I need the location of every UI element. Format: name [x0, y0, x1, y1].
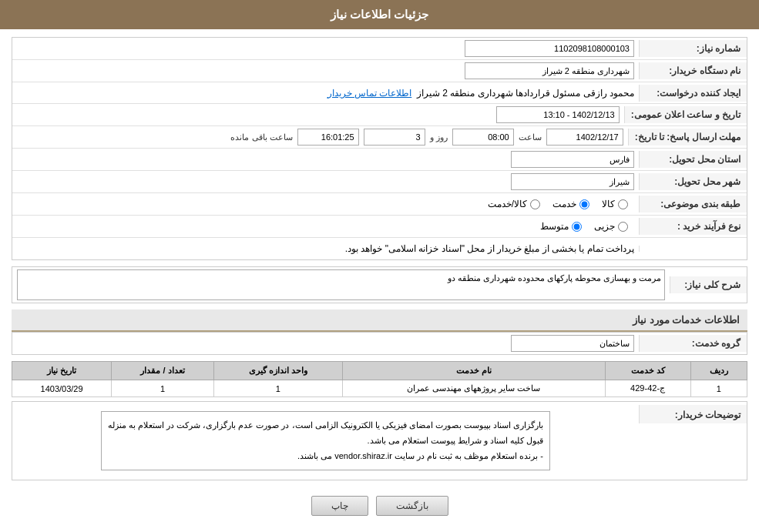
need-number-input[interactable] [465, 40, 634, 57]
process-motavasset-label: متوسط [540, 221, 569, 232]
col-quantity: تعداد / مقدار [112, 362, 214, 380]
cell-service-code: ج-42-429 [605, 380, 690, 397]
announce-input[interactable] [496, 106, 620, 123]
process-jozi-item: جزیی [594, 221, 628, 232]
service-group-label: گروه خدمت: [639, 335, 747, 352]
category-kala-khedmat-label: کالا/خدمت [488, 199, 527, 209]
notes-line-3: - برنده استعلام موظف به ثبت نام در سایت … [108, 449, 543, 464]
need-number-value-area [12, 38, 639, 59]
category-khedmat-label: خدمت [552, 199, 576, 209]
service-info-title: اطلاعات خدمات مورد نیاز [12, 309, 747, 332]
button-bar: بازگشت چاپ [12, 487, 747, 525]
category-label: طبقه بندی موضوعی: [639, 196, 747, 212]
creator-value-area: محمود رازقی مسئول قراردادها شهرداری منطق… [12, 85, 639, 101]
table-header-row: ردیف کد خدمت نام خدمت واحد اندازه گیری ت… [12, 362, 747, 380]
cell-service-name: ساخت سایر پروژههای مهندسی عمران [342, 380, 605, 397]
category-khedmat-item: خدمت [552, 199, 589, 209]
main-page: جزئیات اطلاعات نیاز شماره نیاز: نام دستگ… [0, 0, 759, 532]
city-input[interactable] [511, 173, 634, 190]
process-row: نوع فرآیند خرید : جزیی متوسط [12, 216, 747, 238]
need-desc-textarea[interactable]: مرمت و بهسازی محوطه پارکهای محدوده شهردا… [17, 269, 665, 300]
service-table: ردیف کد خدمت نام خدمت واحد اندازه گیری ت… [12, 361, 747, 397]
creator-value: محمود رازقی مسئول قراردادها شهرداری منطق… [417, 88, 634, 99]
deadline-days-label: روز و [430, 132, 448, 142]
process-note-spacer [639, 246, 747, 252]
deadline-date-input[interactable] [546, 129, 623, 146]
service-group-value-area [12, 333, 639, 354]
category-kala-khedmat-item: کالا/خدمت [488, 199, 540, 209]
buyer-org-row: نام دستگاه خریدار: [12, 60, 747, 82]
creator-label: ایجاد کننده درخواست: [639, 85, 747, 102]
announce-label: تاریخ و ساعت اعلان عمومی: [624, 106, 747, 123]
back-button[interactable]: بازگشت [376, 496, 448, 516]
deadline-inline: ساعت روز و ساعت باقی مانده [230, 129, 623, 146]
notes-line-2: قبول کلیه اسناد و شرایط پیوست استعلام می… [108, 433, 543, 449]
notes-value-area: بارگزاری اسناد بپیوست بصورت امضای فیزیکی… [12, 405, 639, 477]
col-unit: واحد اندازه گیری [214, 362, 343, 380]
col-service-name: نام خدمت [342, 362, 605, 380]
deadline-remain-input[interactable] [297, 129, 359, 146]
category-row: طبقه بندی موضوعی: کالا خدمت [12, 193, 747, 216]
province-row: استان محل تحویل: [12, 149, 747, 171]
process-label: نوع فرآیند خرید : [639, 218, 747, 235]
col-date: تاریخ نیاز [12, 362, 112, 380]
buyer-org-input[interactable] [465, 62, 634, 79]
need-desc-label: شرح کلی نیاز: [670, 276, 747, 293]
notes-line-1: بارگزاری اسناد بپیوست بصورت امضای فیزیکی… [108, 418, 543, 433]
page-title: جزئیات اطلاعات نیاز [0, 0, 759, 29]
buyer-org-label: نام دستگاه خریدار: [639, 62, 747, 79]
cell-row-num: 1 [690, 380, 747, 397]
province-input[interactable] [511, 151, 634, 168]
print-button[interactable]: چاپ [311, 496, 368, 516]
col-service-code: کد خدمت [605, 362, 690, 380]
notes-row: توضیحات خریدار: بارگزاری اسناد بپیوست بص… [12, 402, 747, 480]
need-number-label: شماره نیاز: [639, 40, 747, 57]
cell-quantity: 1 [112, 380, 214, 397]
province-label: استان محل تحویل: [639, 151, 747, 168]
creator-contact-link[interactable]: اطلاعات تماس خریدار [327, 88, 412, 99]
process-jozi-label: جزیی [594, 221, 615, 232]
notes-section: توضیحات خریدار: بارگزاری اسناد بپیوست بص… [12, 401, 747, 480]
buyer-org-value-area [12, 60, 639, 82]
process-note-text: پرداخت تمام یا بخشی از مبلغ خریدار از مح… [345, 243, 634, 254]
need-desc-row: شرح کلی نیاز: مرمت و بهسازی محوطه پارکها… [12, 267, 747, 303]
deadline-value-area: ساعت روز و ساعت باقی مانده [12, 126, 628, 148]
process-jozi-radio[interactable] [618, 222, 628, 232]
city-row: شهر محل تحویل: [12, 171, 747, 193]
col-row-num: ردیف [690, 362, 747, 380]
process-value-area: جزیی متوسط [12, 216, 639, 237]
service-table-wrapper: ردیف کد خدمت نام خدمت واحد اندازه گیری ت… [12, 361, 747, 397]
need-desc-section: شرح کلی نیاز: مرمت و بهسازی محوطه پارکها… [12, 266, 747, 303]
table-row: 1 ج-42-429 ساخت سایر پروژههای مهندسی عمر… [12, 380, 747, 397]
process-motavasset-item: متوسط [540, 221, 582, 232]
process-radio-group: جزیی متوسط [534, 218, 634, 235]
content-area: شماره نیاز: نام دستگاه خریدار: ایجاد کنن… [0, 29, 759, 532]
service-group-row: گروه خدمت: [12, 333, 747, 354]
form-section: شماره نیاز: نام دستگاه خریدار: ایجاد کنن… [12, 37, 747, 260]
category-kala-khedmat-radio[interactable] [530, 199, 540, 209]
city-value-area [12, 171, 639, 192]
announce-row: تاریخ و ساعت اعلان عمومی: [12, 104, 747, 126]
need-number-row: شماره نیاز: [12, 38, 747, 60]
deadline-time-label: ساعت [519, 132, 542, 142]
process-motavasset-radio[interactable] [572, 222, 582, 232]
notes-content: بارگزاری اسناد بپیوست بصورت امضای فیزیکی… [101, 411, 550, 470]
category-kala-radio[interactable] [618, 199, 628, 209]
province-value-area [12, 149, 639, 170]
deadline-label: مهلت ارسال پاسخ: تا تاریخ: [628, 129, 747, 146]
cell-unit: 1 [214, 380, 343, 397]
deadline-time-input[interactable] [452, 129, 514, 146]
service-group-section: گروه خدمت: [12, 332, 747, 355]
cell-date: 1403/03/29 [12, 380, 112, 397]
deadline-days-input[interactable] [364, 129, 425, 146]
city-label: شهر محل تحویل: [639, 173, 747, 190]
creator-row: ایجاد کننده درخواست: محمود رازقی مسئول ق… [12, 82, 747, 104]
category-kala-item: کالا [602, 199, 628, 209]
need-desc-value-area: مرمت و بهسازی محوطه پارکهای محدوده شهردا… [12, 267, 670, 303]
announce-value-area [12, 104, 624, 125]
service-group-input[interactable] [511, 335, 634, 352]
category-khedmat-radio[interactable] [579, 199, 589, 209]
category-kala-label: کالا [602, 199, 615, 209]
deadline-row: مهلت ارسال پاسخ: تا تاریخ: ساعت روز و سا… [12, 126, 747, 149]
category-value-area: کالا خدمت کالا/خدمت [12, 193, 639, 215]
